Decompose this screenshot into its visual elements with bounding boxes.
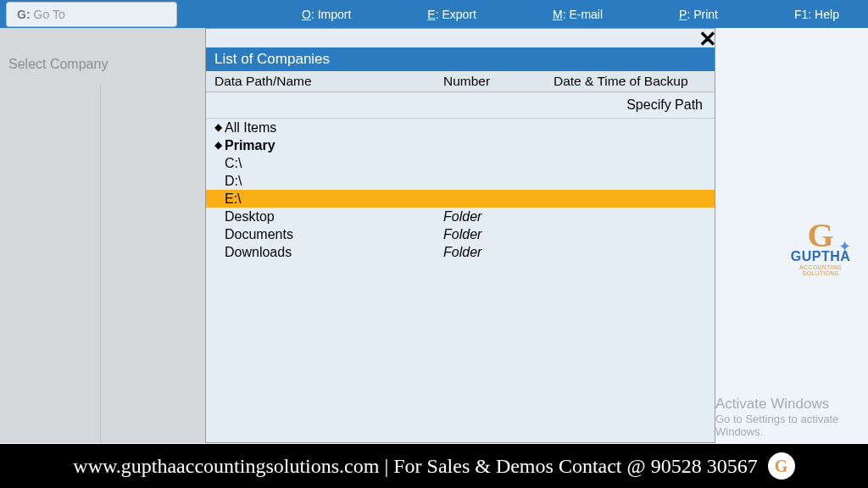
- folder-label: Folder: [443, 243, 481, 261]
- header-number: Number: [443, 74, 545, 89]
- banner-text: www.gupthaaccountingsolutions.com | For …: [73, 455, 757, 478]
- goto-key: G:: [17, 8, 31, 21]
- list-item-desktop[interactable]: DesktopFolder: [206, 208, 715, 225]
- list-item-c-drive[interactable]: C:\: [206, 154, 715, 172]
- top-menu-bar: G: Go To O: Import E: Export M: E-mail P…: [0, 0, 868, 28]
- list-item-downloads[interactable]: DownloadsFolder: [206, 243, 715, 261]
- close-icon[interactable]: ✕: [698, 28, 717, 50]
- windows-activation-watermark: Activate Windows Go to Settings to activ…: [715, 396, 843, 438]
- list-item-d-drive[interactable]: D:\: [206, 172, 715, 190]
- drive-list: ◆All Items ◆Primary C:\ D:\ E:\ DesktopF…: [206, 119, 715, 261]
- folder-label: Folder: [443, 208, 481, 225]
- logo-subtext: ACCOUNTING SOLUTIONS: [783, 264, 858, 276]
- list-item-all[interactable]: ◆All Items: [206, 119, 715, 136]
- menu-email[interactable]: M: E-mail: [553, 8, 603, 21]
- banner-logo-icon: G: [768, 452, 795, 480]
- watermark-title: Activate Windows: [715, 396, 843, 413]
- left-divider: [100, 86, 101, 443]
- bottom-banner: www.gupthaaccountingsolutions.com | For …: [0, 444, 868, 488]
- column-headers: Data Path/Name Number Date & Time of Bac…: [206, 71, 715, 92]
- menu-group: O: Import E: Export M: E-mail P: Print F…: [183, 8, 868, 21]
- specify-path-button[interactable]: Specify Path: [206, 92, 715, 119]
- left-dimmed-pane: Select Company: [0, 28, 205, 443]
- swoosh-icon: ✦: [838, 237, 851, 256]
- header-data-path: Data Path/Name: [214, 74, 443, 89]
- menu-import[interactable]: O: Import: [302, 8, 351, 21]
- list-of-companies-popup: ✕ List of Companies Data Path/Name Numbe…: [205, 28, 715, 443]
- folder-label: Folder: [443, 225, 481, 243]
- list-item-e-drive[interactable]: E:\: [206, 190, 715, 208]
- list-item-documents[interactable]: DocumentsFolder: [206, 225, 715, 243]
- diamond-icon: ◆: [214, 136, 225, 154]
- menu-print[interactable]: P: Print: [679, 8, 718, 21]
- list-item-primary[interactable]: ◆Primary: [206, 136, 715, 154]
- brand-logo: G ✦ GUPTHA ACCOUNTING SOLUTIONS: [783, 219, 858, 276]
- menu-export[interactable]: E: Export: [427, 8, 476, 21]
- right-pane: G ✦ GUPTHA ACCOUNTING SOLUTIONS Activate…: [715, 28, 868, 443]
- diamond-icon: ◆: [214, 119, 225, 136]
- main-area: Select Company ✕ List of Companies Data …: [0, 28, 868, 443]
- select-company-label: Select Company: [8, 57, 108, 72]
- menu-help[interactable]: F1: Help: [794, 8, 839, 21]
- watermark-sub: Go to Settings to activate Windows.: [715, 413, 843, 438]
- popup-title: List of Companies: [206, 47, 715, 71]
- goto-label: Go To: [34, 8, 65, 21]
- header-date-backup: Date & Time of Backup: [545, 74, 706, 89]
- goto-button[interactable]: G: Go To: [7, 3, 176, 26]
